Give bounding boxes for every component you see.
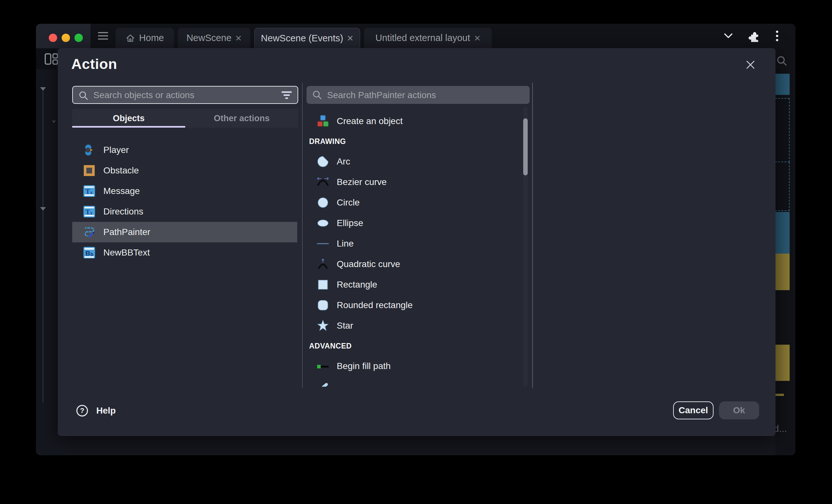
svg-text:x: x bbox=[90, 190, 93, 195]
action-label: Circle bbox=[337, 197, 360, 208]
svg-text:T: T bbox=[85, 187, 90, 195]
action-item-ellipse[interactable]: Ellipse bbox=[307, 213, 518, 233]
section-header: DRAWING bbox=[307, 132, 518, 151]
collapse-arrow-icon[interactable] bbox=[40, 87, 46, 91]
panel-divider bbox=[302, 83, 303, 388]
action-item-partially-visible[interactable] bbox=[307, 376, 518, 387]
actions-list: Create an object DRAWING Arc bbox=[307, 111, 518, 387]
action-item-create-object[interactable]: Create an object bbox=[307, 111, 518, 132]
arc-icon bbox=[316, 155, 330, 168]
zoom-window-button[interactable] bbox=[75, 34, 83, 42]
event-condition-block bbox=[775, 74, 790, 95]
minimize-window-button[interactable] bbox=[62, 34, 70, 42]
titlebar-controls bbox=[36, 24, 90, 48]
actions-search-box bbox=[307, 86, 530, 104]
filter-button[interactable] bbox=[280, 91, 293, 100]
close-window-button[interactable] bbox=[49, 34, 57, 42]
event-condition-block bbox=[775, 212, 790, 254]
action-item-rounded-rectangle[interactable]: Rounded rectangle bbox=[307, 295, 518, 315]
path-painter-icon bbox=[83, 226, 96, 239]
cancel-button[interactable]: Cancel bbox=[673, 401, 713, 419]
action-item-begin-fill-path[interactable]: Begin fill path bbox=[307, 356, 518, 376]
panel-divider bbox=[532, 83, 533, 388]
event-action-block bbox=[775, 254, 790, 290]
magnifier-icon bbox=[79, 91, 88, 100]
events-sheet-right-edge: d... bbox=[776, 48, 796, 455]
svg-text:b: b bbox=[90, 252, 94, 257]
event-drop-zone bbox=[775, 162, 790, 211]
desktop-background: d... Home bbox=[0, 0, 832, 504]
collapse-arrow-icon[interactable] bbox=[52, 120, 56, 123]
action-label: Bezier curve bbox=[337, 177, 387, 187]
close-tab-icon[interactable] bbox=[474, 35, 480, 41]
obstacle-icon bbox=[83, 164, 96, 177]
more-vertical-icon[interactable] bbox=[776, 30, 779, 42]
action-item-circle[interactable]: Circle bbox=[307, 192, 518, 213]
action-item-line[interactable]: Line bbox=[307, 233, 518, 254]
editor-tabs: Home NewScene NewScene (Events) Untitled… bbox=[115, 28, 492, 48]
action-label: Rectangle bbox=[337, 280, 377, 290]
begin-fill-path-icon bbox=[316, 359, 330, 373]
close-tab-icon[interactable] bbox=[347, 35, 354, 41]
filter-list-icon bbox=[281, 91, 292, 100]
tab-objects[interactable]: Objects bbox=[72, 109, 185, 128]
extensions-puzzle-icon[interactable] bbox=[749, 30, 761, 42]
action-label: Quadratic curve bbox=[337, 259, 400, 269]
list-item-newbbtext[interactable]: B b NewBBText bbox=[72, 242, 297, 263]
object-name: Player bbox=[103, 145, 129, 155]
action-item-star[interactable]: Star bbox=[307, 315, 518, 336]
event-action-block bbox=[775, 345, 790, 381]
event-action-dash bbox=[775, 394, 784, 396]
tab-other-actions[interactable]: Other actions bbox=[185, 109, 298, 128]
rectangle-icon bbox=[316, 278, 330, 291]
close-tab-icon[interactable] bbox=[235, 35, 242, 41]
action-item-bezier-curve[interactable]: Bezier curve bbox=[307, 172, 518, 192]
close-dialog-button[interactable] bbox=[745, 59, 756, 71]
section-header: ADVANCED bbox=[307, 336, 518, 356]
dialog-title: Action bbox=[71, 56, 117, 73]
tab-label: Home bbox=[139, 33, 164, 43]
action-item-quadratic-curve[interactable]: Quadratic curve bbox=[307, 254, 518, 275]
object-name: Message bbox=[103, 186, 140, 196]
object-name: NewBBText bbox=[103, 248, 150, 258]
tab-newscene-events[interactable]: NewScene (Events) bbox=[254, 28, 360, 48]
objects-search-input[interactable] bbox=[93, 87, 274, 104]
event-drop-zone bbox=[775, 98, 790, 162]
svg-text:T: T bbox=[85, 208, 90, 216]
magnifier-icon[interactable] bbox=[776, 55, 788, 67]
help-label: Help bbox=[96, 405, 116, 416]
list-item-obstacle[interactable]: Obstacle bbox=[72, 160, 297, 181]
ok-button[interactable]: Ok bbox=[719, 401, 759, 419]
tab-label: Untitled external layout bbox=[375, 33, 470, 43]
action-item-rectangle[interactable]: Rectangle bbox=[307, 275, 518, 295]
collapse-arrow-icon[interactable] bbox=[40, 207, 46, 211]
tab-bar: Home NewScene NewScene (Events) Untitled… bbox=[36, 24, 796, 48]
line-icon bbox=[316, 237, 330, 250]
event-tree-line bbox=[43, 90, 43, 403]
object-name: PathPainter bbox=[103, 227, 150, 237]
tab-newscene[interactable]: NewScene bbox=[178, 28, 250, 48]
action-label: Begin fill path bbox=[337, 361, 391, 371]
help-icon: ? bbox=[76, 404, 88, 417]
list-item-directions[interactable]: T x Directions bbox=[72, 201, 297, 222]
main-menu-button[interactable] bbox=[98, 32, 109, 40]
action-label: Star bbox=[337, 320, 353, 331]
help-button[interactable]: ? Help bbox=[76, 402, 116, 419]
rounded-rectangle-icon bbox=[316, 299, 330, 312]
create-object-icon bbox=[316, 114, 330, 128]
list-item-pathpainter[interactable]: PathPainter bbox=[72, 222, 297, 242]
actions-search-input[interactable] bbox=[327, 86, 506, 105]
list-item-message[interactable]: T x Message bbox=[72, 181, 297, 201]
tab-untitled-external-layout[interactable]: Untitled external layout bbox=[364, 28, 492, 48]
background-truncated-text: d... bbox=[774, 423, 787, 434]
player-icon bbox=[83, 144, 96, 157]
actions-scrollbar-thumb[interactable] bbox=[523, 118, 528, 175]
tab-home[interactable]: Home bbox=[115, 28, 174, 48]
bbtext-object-icon: B b bbox=[83, 246, 96, 259]
list-item-player[interactable]: Player bbox=[72, 140, 297, 160]
action-item-arc[interactable]: Arc bbox=[307, 151, 518, 172]
objects-list: Player Obstacle bbox=[72, 140, 297, 263]
close-icon bbox=[745, 60, 756, 70]
chevron-down-icon[interactable] bbox=[723, 32, 734, 39]
layout-panels-icon bbox=[44, 53, 59, 68]
